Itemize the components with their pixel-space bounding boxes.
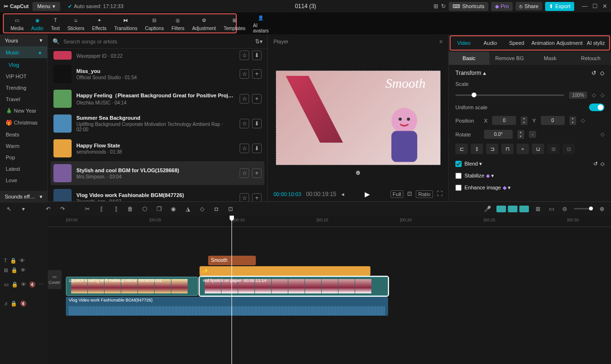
text-track-header[interactable]: T 🔒 👁: [0, 256, 48, 265]
reset-icon[interactable]: ↺: [591, 70, 596, 76]
tool-effects[interactable]: ✦Effects: [88, 16, 110, 31]
distribute-v-button[interactable]: ⊟: [562, 144, 575, 154]
props-subtab-retouch[interactable]: Retouch: [570, 52, 611, 65]
lock-icon[interactable]: 🔒: [10, 258, 17, 264]
rotate-negate[interactable]: -: [529, 131, 536, 138]
ratio-button[interactable]: Ratio: [416, 190, 433, 198]
media-item[interactable]: Wavepaper ID · 03:22 ☆⬇: [51, 50, 264, 61]
delete-tool[interactable]: 🗑: [126, 206, 135, 212]
eye-icon[interactable]: 👁: [21, 281, 26, 287]
media-item[interactable]: Stylish and cool BGM for VLOG(1528668)Mr…: [51, 161, 264, 185]
shortcuts-button[interactable]: ⌨ Shortcuts: [449, 2, 488, 11]
pointer-dropdown[interactable]: ▾: [19, 206, 28, 212]
favorite-button[interactable]: ☆: [240, 144, 249, 153]
download-button[interactable]: ⬇: [252, 144, 262, 153]
transform-header[interactable]: Transform ▴: [455, 70, 486, 76]
scale-value[interactable]: 100%: [569, 92, 587, 99]
scale-slider[interactable]: [455, 94, 564, 96]
add-button[interactable]: +: [252, 94, 262, 104]
audio-clip[interactable]: Vlog Video work Fashionable BGM(847726): [66, 297, 388, 316]
align-bottom-button[interactable]: ⊔: [532, 144, 544, 154]
link-button[interactable]: [519, 206, 529, 212]
favorite-button[interactable]: ☆: [240, 94, 249, 104]
favorite-button[interactable]: ☆: [240, 69, 249, 79]
rotate-tool[interactable]: ◇: [198, 206, 206, 212]
rotate-stepper[interactable]: ▴▾: [517, 130, 524, 139]
scale-stepper-icon[interactable]: ◇: [592, 92, 596, 98]
category-new-year[interactable]: 🎄 New Year: [0, 105, 47, 117]
rotate-input[interactable]: [484, 130, 513, 139]
y-stepper[interactable]: ▴▾: [569, 116, 576, 125]
close-button[interactable]: ✕: [602, 3, 607, 10]
align-center-h-button[interactable]: ‡: [471, 144, 483, 154]
uniform-scale-toggle[interactable]: [589, 104, 604, 111]
props-subtab-basic[interactable]: Basic: [449, 52, 489, 65]
media-item[interactable]: Miss_youOfficial Sound Studio · 01:54 ☆+: [51, 62, 264, 86]
tool-filters[interactable]: ◎Filters: [168, 16, 188, 31]
align-top-button[interactable]: ⊓: [501, 144, 514, 154]
mute-icon[interactable]: 🔇: [20, 301, 27, 307]
props-tab-ai-styliz[interactable]: AI styliz: [583, 36, 609, 50]
category-latest[interactable]: Latest: [0, 163, 47, 175]
favorite-button[interactable]: ☆: [240, 51, 249, 60]
video-clip-1[interactable]: Lipstick rotating with makeup mirror 00:…: [66, 277, 198, 296]
add-button[interactable]: +: [252, 193, 262, 201]
blend-reset-icon[interactable]: ↺: [593, 161, 598, 167]
share-button[interactable]: ⎋ Share: [516, 2, 542, 10]
magnet-main-button[interactable]: [496, 206, 506, 212]
text-clip[interactable]: Smooth: [208, 256, 256, 265]
category-christmas[interactable]: 🎁 Christmas: [0, 117, 47, 129]
history-icon[interactable]: ↻: [441, 3, 446, 10]
distribute-h-button[interactable]: ⊞: [547, 144, 559, 154]
media-item[interactable]: Happy Flow Statesenshomoods · 01:38 ☆⬇: [51, 136, 264, 160]
props-tab-adjustment[interactable]: Adjustment: [556, 36, 582, 50]
pointer-tool[interactable]: ↖: [5, 206, 13, 212]
freeze-tool[interactable]: ⊡: [226, 206, 235, 212]
position-keyframe-icon[interactable]: ◇: [581, 117, 585, 124]
magnet-snap-button[interactable]: [508, 206, 517, 212]
props-tab-audio[interactable]: Audio: [477, 36, 503, 50]
category-vip-hot[interactable]: VIP HOT: [0, 71, 47, 82]
enhance-label[interactable]: Enhance image ◆ ▾: [464, 185, 511, 191]
lock-icon[interactable]: 🔒: [11, 301, 17, 307]
tool-stickers[interactable]: ☺Stickers: [63, 16, 88, 31]
download-button[interactable]: ⬇: [252, 51, 262, 60]
mic-icon[interactable]: 🎤: [483, 206, 492, 212]
category-love[interactable]: Love: [0, 175, 47, 186]
playhead[interactable]: [232, 216, 232, 364]
tool-adjustment[interactable]: ⚙Adjustment: [188, 16, 220, 31]
align-right-button[interactable]: ⊐: [486, 144, 498, 154]
media-item[interactable]: Summer Sea BackgroundUplifting Backgroun…: [51, 112, 264, 135]
video-clip-2[interactable]: red lipstick on paper 00:00:11:14: [200, 277, 388, 296]
prev-frame-button[interactable]: ◂: [341, 191, 344, 198]
eye-icon[interactable]: 👁: [20, 258, 25, 263]
preview-icon[interactable]: ⊞: [534, 206, 542, 212]
props-tab-speed[interactable]: Speed: [504, 36, 530, 50]
minimize-button[interactable]: —: [582, 3, 588, 10]
player-menu-icon[interactable]: ≡: [440, 39, 442, 44]
crop-icon[interactable]: ⊡: [407, 190, 412, 198]
record-tool[interactable]: ◉: [169, 206, 178, 212]
player-viewport[interactable]: Smooth ⊕: [268, 49, 448, 187]
position-y-input[interactable]: [541, 116, 565, 125]
favorite-button[interactable]: ☆: [240, 193, 249, 201]
mute-icon[interactable]: 🔇: [29, 281, 36, 288]
cover-button[interactable]: ▭Cover: [48, 270, 62, 289]
zoom-in-button[interactable]: ⊕: [598, 206, 606, 212]
category-trending[interactable]: Trending: [0, 82, 47, 94]
category-pop[interactable]: Pop: [0, 152, 47, 163]
trim-left-tool[interactable]: ⟦: [97, 206, 106, 212]
maximize-button[interactable]: ☐: [592, 3, 598, 10]
enhance-checkbox[interactable]: [455, 185, 462, 191]
redo-button[interactable]: ↷: [58, 206, 67, 212]
layout-icon[interactable]: ⊞: [433, 3, 438, 10]
crop-tool[interactable]: ◘: [212, 206, 221, 212]
target-icon[interactable]: ⊕: [356, 169, 360, 176]
filter-button[interactable]: ⇅▾: [255, 38, 263, 45]
category-warm[interactable]: Warm: [0, 140, 47, 152]
add-button[interactable]: +: [252, 69, 262, 79]
lock-icon[interactable]: 🔒: [11, 267, 18, 273]
trim-right-tool[interactable]: ⟧: [112, 206, 120, 212]
position-x-input[interactable]: [492, 116, 516, 125]
timeline-tracks[interactable]: |00:00|00:05|00:10|00:15|00:20|00:25|00:…: [48, 216, 611, 364]
